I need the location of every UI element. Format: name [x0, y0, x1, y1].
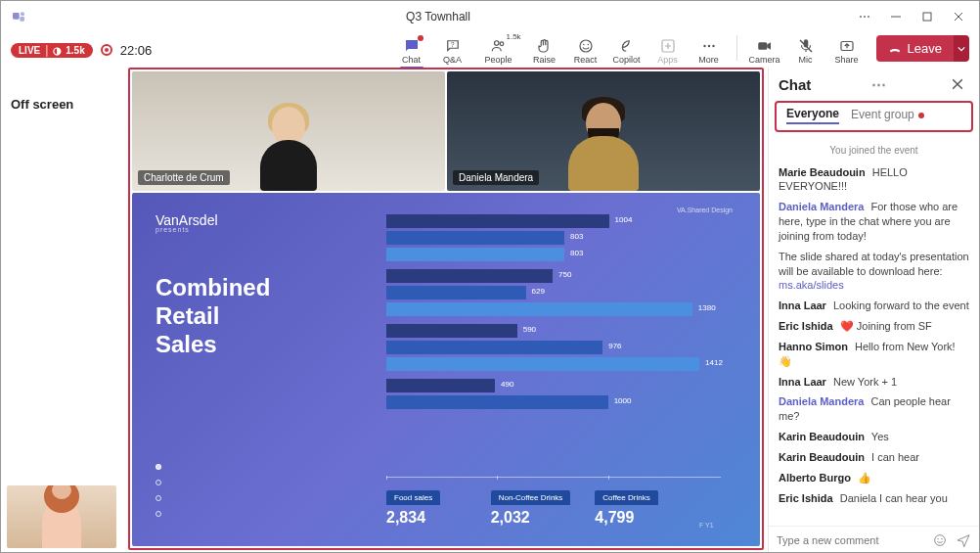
leave-button[interactable]: Leave [876, 35, 954, 62]
share-icon [838, 37, 856, 55]
chat-message: Karin Beaudouin I can hear [779, 450, 969, 465]
main-area: Off screen Charlotte de Crum Daniela Man… [1, 68, 979, 553]
toolbar-camera[interactable]: Camera [745, 35, 784, 65]
self-video-preview[interactable] [7, 485, 116, 548]
slide-totals: Food sales 2,834 Non-Coffee Drinks 2,032… [386, 489, 721, 529]
svg-rect-2 [20, 17, 24, 22]
toolbar-chat[interactable]: Chat [392, 35, 431, 65]
copilot-icon [618, 37, 636, 55]
presenter-video-row: Charlotte de Crum Daniela Mandera [130, 69, 762, 191]
total-label: Coffee Drinks [595, 490, 657, 505]
people-icon [490, 37, 508, 55]
chart-bar-label: 803 [570, 249, 583, 257]
viewer-count: 1.5k [66, 45, 84, 56]
chart-bar-label: 1004 [615, 215, 633, 224]
svg-point-7 [580, 40, 592, 52]
toolbar-apps[interactable]: Apps [648, 35, 688, 65]
svg-point-12 [707, 45, 709, 47]
chat-notification-dot-icon [418, 35, 423, 41]
tab-everyone[interactable]: Everyone [786, 105, 839, 124]
chat-message: Marie Beaudouin HELLO EVERYONE!!! [779, 165, 969, 195]
shared-slide: VanArsdel presents Combined Retail Sales… [132, 193, 760, 546]
chart-bar-label: 803 [570, 232, 583, 241]
participant-name: Daniela Mandera [453, 170, 539, 185]
video-tile[interactable]: Charlotte de Crum [132, 71, 445, 191]
chart-bar-label: 750 [558, 270, 571, 279]
chart-bar: 590 [386, 324, 517, 338]
qa-icon: ? [444, 37, 462, 55]
svg-point-19 [941, 538, 942, 539]
toolbar-more[interactable]: More [690, 35, 729, 65]
chart-bar-label: 629 [532, 287, 545, 296]
chat-message: Karin Beaudouin Yes [779, 430, 969, 444]
chart-bar: 1412 [386, 357, 699, 371]
chart-bar-label: 1000 [614, 396, 632, 405]
svg-point-17 [935, 535, 946, 546]
svg-point-9 [587, 44, 589, 46]
react-icon [577, 37, 595, 55]
camera-icon [756, 37, 774, 55]
chart-bar: 803 [386, 231, 564, 245]
total-label: Food sales [386, 490, 440, 505]
chat-message: Eric Ishida Daniela I can hear you [779, 491, 969, 506]
window-title: Q3 Townhall [26, 10, 850, 23]
apps-icon [659, 37, 677, 55]
toolbar-people[interactable]: 1.5k People [474, 35, 523, 65]
window-minimize-icon[interactable] [881, 5, 911, 28]
window-more-icon[interactable]: ⋯ [850, 5, 879, 28]
chart-bar-label: 1380 [698, 303, 716, 312]
chat-close-icon[interactable] [946, 78, 969, 90]
left-column: Off screen [1, 68, 128, 553]
svg-point-5 [494, 41, 499, 46]
toolbar-copilot[interactable]: Copilot [607, 35, 646, 65]
participant-name: Charlotte de Crum [138, 170, 230, 185]
total-value: 4,799 [595, 509, 699, 527]
tab-event-group[interactable]: Event group [851, 106, 924, 123]
chart-bar: 976 [386, 341, 602, 354]
total-value: 2,032 [491, 509, 596, 527]
chart-bar: 750 [386, 269, 553, 283]
chat-panel: Chat ⋯ Everyone Event group You joined t… [768, 68, 979, 553]
chat-message: Daniela Mandera For those who are here, … [779, 200, 969, 244]
stage-area: Charlotte de Crum Daniela Mandera VanArs… [128, 68, 768, 553]
people-count: 1.5k [506, 32, 520, 41]
chat-message: Alberto Burgo 👍 [779, 471, 969, 485]
stage-highlight-frame: Charlotte de Crum Daniela Mandera VanArs… [128, 68, 764, 550]
toolbar-react[interactable]: React [566, 35, 605, 65]
mic-muted-icon [797, 37, 815, 55]
chat-more-icon[interactable]: ⋯ [866, 75, 892, 93]
slide-chart: 1004803803750629138059097614124901000 [386, 214, 721, 478]
chat-tabs-highlight: Everyone Event group [775, 101, 973, 132]
chat-composer [769, 526, 979, 553]
chat-header: Chat [779, 76, 811, 93]
recording-indicator-icon [101, 44, 112, 56]
emoji-icon[interactable] [932, 532, 948, 548]
toolbar-mic[interactable]: Mic [786, 35, 825, 65]
svg-point-18 [937, 538, 938, 539]
toolbar-raise[interactable]: Raise [525, 35, 564, 65]
chevron-down-icon [958, 45, 965, 53]
chat-input[interactable] [777, 534, 924, 546]
svg-point-13 [712, 45, 714, 47]
toolbar-qa[interactable]: ? Q&A [433, 35, 472, 65]
system-message: You joined the event [779, 144, 969, 158]
window-close-icon[interactable] [944, 5, 973, 28]
chat-message: Hanno Simon Hello from New York! 👋 [779, 340, 969, 369]
window-maximize-icon[interactable] [913, 5, 942, 28]
send-icon[interactable] [956, 532, 971, 548]
chart-bar: 1004 [386, 214, 609, 228]
slide-nav-dots [156, 464, 161, 517]
video-tile[interactable]: Daniela Mandera [447, 71, 760, 191]
chart-bar: 803 [386, 248, 564, 261]
leave-dropdown[interactable] [954, 35, 969, 62]
slide-tag: VA.Shared Design [677, 207, 733, 213]
chat-message-list[interactable]: You joined the event Marie Beaudouin HEL… [769, 132, 979, 526]
toolbar-share[interactable]: Share [827, 35, 867, 65]
svg-point-1 [21, 12, 24, 16]
live-label: LIVE [19, 45, 40, 56]
chart-bar-label: 976 [608, 342, 621, 350]
meeting-toolbar: LIVE │ ◑ 1.5k 22:06 Chat ? Q&A 1.5k Peop… [1, 32, 979, 68]
live-badge: LIVE │ ◑ 1.5k [11, 43, 93, 58]
title-bar: Q3 Townhall ⋯ [1, 1, 979, 32]
toolbar-separator [736, 35, 737, 61]
